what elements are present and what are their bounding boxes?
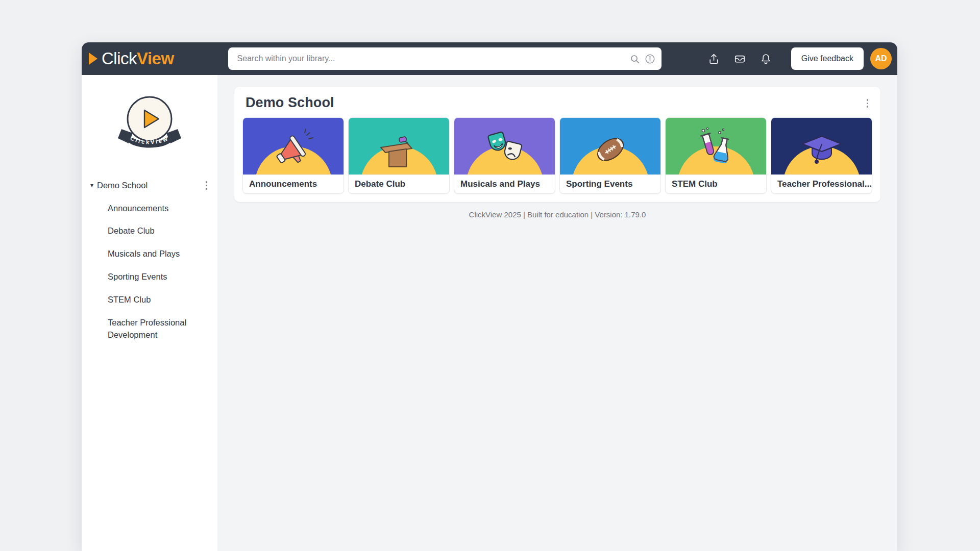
caret-down-icon[interactable]: ▾ — [88, 182, 96, 189]
top-bar: ClickView — [82, 42, 897, 75]
tree-items: Announcements Debate Club Musicals and P… — [88, 203, 210, 341]
panel-header: Demo School — [242, 95, 872, 111]
panel-menu-button[interactable] — [864, 97, 872, 110]
bell-icon[interactable] — [753, 48, 779, 70]
card-banner — [666, 118, 766, 174]
inbox-icon[interactable] — [727, 48, 753, 70]
library-search-bar — [228, 47, 662, 70]
card-banner — [454, 118, 555, 174]
card-banner — [243, 118, 344, 174]
app-body: ClickView ▾ Demo School Announcements De… — [82, 75, 897, 551]
main-content: Demo School — [217, 75, 897, 551]
sidebar-item-teacher-professional-development[interactable]: Teacher Professional Development — [108, 317, 202, 341]
card-banner — [560, 118, 660, 174]
card-banner — [349, 118, 449, 174]
sidebar-item-sporting-events[interactable]: Sporting Events — [108, 271, 202, 283]
search-input[interactable] — [228, 47, 625, 70]
page-title: Demo School — [246, 95, 334, 111]
card-label: STEM Club — [666, 174, 766, 193]
test-tubes-icon — [691, 126, 742, 173]
card-banner — [771, 118, 872, 174]
sidebar-item-debate-club[interactable]: Debate Club — [108, 225, 202, 237]
card-announcements[interactable]: Announcements — [242, 117, 344, 194]
sidebar-item-announcements[interactable]: Announcements — [108, 203, 202, 215]
card-teacher-professional-development[interactable]: Teacher Professional... — [771, 117, 872, 194]
card-label: Musicals and Plays — [454, 174, 555, 193]
card-stem-club[interactable]: STEM Club — [665, 117, 767, 194]
lectern-icon — [374, 126, 425, 173]
megaphone-icon — [268, 126, 319, 173]
clickview-logo-text: ClickView — [102, 49, 174, 68]
card-label: Sporting Events — [560, 174, 660, 193]
sidebar-item-stem-club[interactable]: STEM Club — [108, 294, 202, 306]
sidebar-item-musicals-and-plays[interactable]: Musicals and Plays — [108, 248, 202, 260]
info-icon[interactable] — [645, 54, 655, 64]
library-cards-row: Announcements D — [242, 117, 872, 194]
football-icon — [585, 126, 636, 173]
tree-root-label: Demo School — [97, 181, 203, 190]
search-icon[interactable] — [629, 54, 640, 64]
play-triangle-icon — [89, 53, 97, 65]
sidebar: ClickView ▾ Demo School Announcements De… — [82, 75, 217, 551]
sidebar-item-demo-school[interactable]: ▾ Demo School — [88, 179, 210, 192]
header-actions: Give feedback AD — [701, 47, 892, 70]
card-label: Announcements — [243, 174, 344, 193]
app-window: ClickView — [82, 42, 897, 551]
clickview-logo[interactable]: ClickView — [89, 49, 174, 68]
app-version-footer: ClickView 2025 | Built for education | V… — [234, 210, 880, 219]
theater-masks-icon — [479, 126, 530, 173]
card-musicals-and-plays[interactable]: Musicals and Plays — [454, 117, 555, 194]
avatar[interactable]: AD — [870, 48, 892, 69]
card-label: Teacher Professional... — [771, 174, 872, 193]
demo-school-menu-button[interactable] — [203, 179, 211, 192]
demo-school-panel: Demo School — [234, 87, 880, 202]
graduation-cap-icon — [796, 130, 847, 174]
card-debate-club[interactable]: Debate Club — [348, 117, 450, 194]
upload-icon[interactable] — [701, 48, 727, 70]
card-sporting-events[interactable]: Sporting Events — [559, 117, 661, 194]
give-feedback-button[interactable]: Give feedback — [791, 47, 864, 70]
clickview-badge-logo: ClickView — [111, 92, 188, 159]
card-label: Debate Club — [349, 174, 449, 193]
library-tree: ▾ Demo School Announcements Debate Club … — [82, 179, 217, 341]
